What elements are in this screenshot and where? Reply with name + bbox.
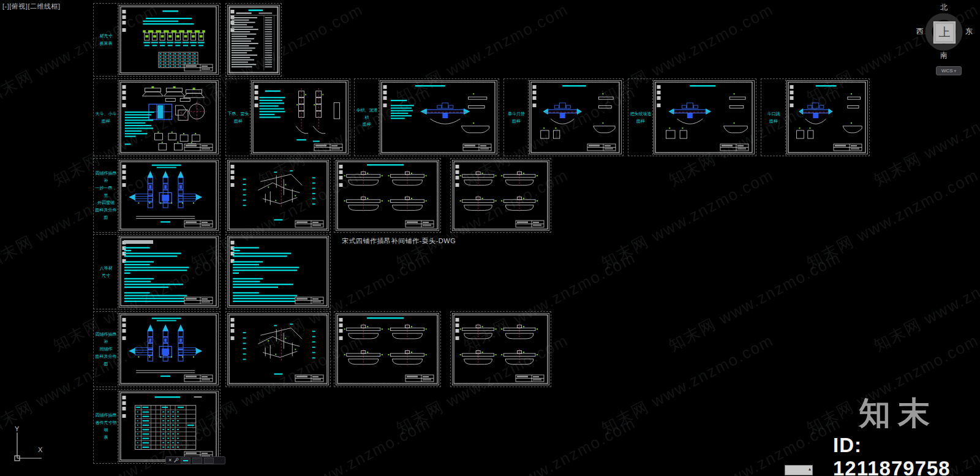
sheet-drawing — [530, 81, 620, 154]
sheet-label: 材尺寸 换算表 — [94, 4, 118, 75]
watermark-text: 知末网 www.znzmo.com — [665, 247, 845, 356]
sheet-drawing — [336, 314, 439, 385]
sheet[interactable] — [452, 313, 549, 385]
close-icon[interactable]: × — [168, 458, 172, 463]
drawing-frame[interactable] — [225, 158, 331, 233]
drawing-frame[interactable]: 把头绞项造 图样 — [628, 78, 756, 156]
sheet-drawing — [654, 81, 753, 154]
sheet-label: 四铺作插昂补 间铺作 图样及分件图 — [94, 312, 118, 386]
sheet-drawing — [228, 314, 328, 385]
sheet-drawing — [119, 6, 217, 74]
sheet[interactable] — [227, 313, 329, 385]
wcs-button[interactable]: WCS ▾ — [936, 66, 962, 75]
sheet-drawing — [119, 236, 217, 307]
sheet-label: 把头绞项造 图样 — [629, 80, 653, 155]
sheet[interactable] — [336, 160, 439, 231]
ucs-icon — [5, 424, 44, 463]
watermark-text: 知末网 www.znzmo.com — [870, 247, 980, 356]
drawing-frame[interactable] — [334, 311, 441, 387]
sheet[interactable] — [452, 160, 549, 231]
sheet-set-title: 宋式四铺作插昂补间铺作-耍头-DWG — [342, 236, 456, 246]
drawing-frame[interactable] — [225, 3, 282, 77]
sheet-label: 大斗、小斗 图样 — [94, 80, 118, 155]
bottom-right-control: ▴ — [785, 465, 813, 475]
sheet-drawing — [336, 161, 439, 230]
drawing-frame[interactable]: 四铺作插昂 各件尺寸明细 表 — [93, 389, 221, 464]
viewport-controls[interactable]: [-][俯视][二维线框] — [2, 2, 61, 11]
sheet[interactable] — [654, 80, 755, 154]
watermark-text: 知末网 www.znzmo.com — [459, 412, 639, 476]
watermark-id: ID: 1211879758 — [833, 434, 980, 476]
sheet[interactable] — [227, 5, 280, 75]
watermark-text: 知末网 www.znzmo.com — [597, 330, 777, 439]
sheet-drawing — [228, 6, 279, 74]
arrow-up-icon: ▴ — [809, 466, 811, 472]
sheet[interactable] — [119, 5, 219, 75]
wrench-icon[interactable] — [173, 458, 179, 463]
drawing-frame[interactable] — [225, 234, 331, 309]
command-bar[interactable]: × — [165, 456, 225, 464]
sheet-drawing — [119, 314, 217, 385]
sheet-drawing — [453, 314, 549, 385]
drawing-frame[interactable] — [450, 158, 551, 233]
sheet-label: 令栱、泥道栱 图样 — [355, 80, 379, 155]
sheet-label: 斗口跳 图样 — [762, 80, 786, 155]
drawing-frame[interactable]: 下昂、耍头 图样 — [225, 78, 350, 156]
sheet-label: 四铺作插昂 各件尺寸明细 表 — [94, 390, 118, 463]
viewcube-north[interactable]: 北 — [940, 2, 948, 13]
sheet-drawing — [380, 81, 496, 154]
sheet[interactable] — [251, 80, 349, 154]
watermark-text: 知末网 www.znzmo.com — [254, 412, 434, 476]
sheet-drawing — [228, 236, 328, 307]
drawing-frame[interactable]: 八等材 尺寸 — [93, 234, 221, 309]
sheet-label: 下昂、耍头 图样 — [227, 80, 251, 155]
drawing-frame[interactable] — [450, 311, 551, 387]
sheet-drawing — [252, 81, 347, 154]
watermark-text: 知末网 www.znzmo.com — [802, 164, 980, 273]
sheet-label: 四铺作插昂补 一抄一昂，里 外四度铺 图样及分件图 — [94, 159, 118, 232]
viewcube-south[interactable]: 南 — [940, 50, 948, 61]
sheet[interactable] — [529, 80, 622, 154]
sheet-drawing — [119, 391, 217, 461]
sheet-drawing — [787, 81, 867, 154]
sheet[interactable] — [119, 236, 219, 308]
toolbar-button[interactable] — [192, 458, 202, 464]
sheet[interactable] — [380, 80, 497, 154]
sheet[interactable] — [119, 160, 219, 231]
drawing-frame[interactable]: 四铺作插昂补 一抄一昂，里 外四度铺 图样及分件图 — [93, 158, 221, 233]
drawing-frame[interactable]: 四铺作插昂补 间铺作 图样及分件图 — [93, 311, 221, 387]
sheet[interactable] — [119, 391, 219, 462]
sheet[interactable] — [227, 160, 329, 231]
sheet-label: 八等材 尺寸 — [94, 235, 118, 308]
sheet[interactable] — [786, 80, 868, 154]
drawing-frame[interactable]: 斗口跳 图样 — [761, 78, 870, 156]
sheet[interactable] — [119, 313, 219, 385]
viewcube-face[interactable]: 上 — [933, 21, 956, 43]
ucs-y-label: Y — [15, 425, 19, 433]
sheet[interactable] — [336, 313, 439, 385]
sheet-drawing — [228, 161, 328, 230]
ucs-x-label: X — [38, 446, 42, 453]
viewcube[interactable]: 上 北 南 西 东 — [913, 1, 976, 65]
drawing-frame[interactable] — [225, 311, 331, 387]
drawing-frame[interactable]: 材尺寸 换算表 — [93, 3, 221, 77]
sheet-drawing — [119, 81, 217, 154]
watermark-text: 知末网 www.znzmo.com — [870, 81, 980, 191]
sheet[interactable] — [227, 236, 329, 308]
drawing-frame[interactable]: 单斗只替 图样 — [503, 78, 624, 156]
sheet-drawing — [119, 161, 217, 230]
viewcube-west[interactable]: 西 — [916, 26, 924, 37]
toolbar-button[interactable] — [181, 458, 190, 464]
drawing-frame[interactable]: 令栱、泥道栱 图样 — [354, 78, 499, 156]
watermark-text: 知末网 www.znzmo.com — [597, 164, 777, 273]
watermark-text: 知末网 www.znzmo.com — [665, 412, 845, 476]
drawing-frame[interactable] — [334, 158, 441, 233]
toolbar-button[interactable] — [204, 458, 214, 464]
chevron-down-icon: ▾ — [954, 69, 957, 74]
sheet-label: 单斗只替 图样 — [505, 80, 529, 155]
cad-canvas[interactable]: 材尺寸 换算表大斗、小斗 图样下昂、耍头 图样令栱、泥道栱 图样单斗只替 图样把… — [0, 0, 980, 476]
sheet[interactable] — [119, 80, 219, 154]
viewcube-east[interactable]: 东 — [965, 26, 973, 37]
znzmo-logo: 知末 — [859, 392, 937, 435]
drawing-frame[interactable]: 大斗、小斗 图样 — [93, 78, 221, 156]
